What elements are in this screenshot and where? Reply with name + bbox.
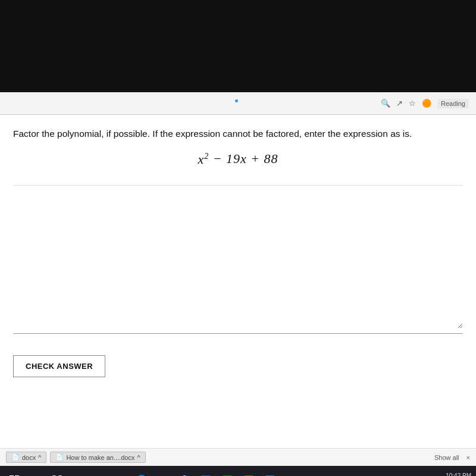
- divider-line: [13, 185, 463, 186]
- taskbar-left: [5, 471, 67, 477]
- taskbar-chrome-icon[interactable]: [175, 471, 194, 477]
- dot-indicator: [235, 99, 238, 102]
- win-taskbar: e W: [0, 466, 476, 476]
- answer-input[interactable]: [13, 293, 463, 328]
- doc-tab-1-label: docx: [22, 454, 36, 461]
- search-icon[interactable]: 🔍: [381, 99, 390, 108]
- taskbar-python-icon[interactable]: Py: [261, 471, 280, 477]
- taskbar-word-icon[interactable]: W: [196, 471, 215, 477]
- doc-tab-1[interactable]: 📄 docx ^: [6, 452, 46, 463]
- check-answer-button[interactable]: CHECK ANSWER: [13, 355, 105, 377]
- variable-x: x2: [198, 152, 209, 167]
- browser-chrome: 🔍 ↗ ☆ 🟠 Reading: [0, 92, 476, 115]
- taskbar-app1-icon[interactable]: $: [218, 471, 237, 477]
- taskbar-taskview-button[interactable]: [48, 471, 67, 477]
- profile-icon[interactable]: 🟠: [422, 99, 431, 108]
- time-date: 10:42 PM 2/8/2022: [446, 472, 471, 477]
- top-black-area: [0, 0, 476, 92]
- share-icon[interactable]: ↗: [396, 99, 403, 108]
- math-expression: x2 − 19x + 88: [13, 151, 463, 167]
- doc-icon-1: 📄: [11, 453, 20, 461]
- doc-bar-close[interactable]: ×: [466, 454, 470, 461]
- doc-tab-2[interactable]: 📄 How to make an....docx ^: [50, 452, 145, 463]
- doc-tab-1-arrow[interactable]: ^: [38, 454, 41, 461]
- content-area: Factor the polynomial, if possible. If t…: [0, 115, 476, 448]
- taskbar-office-icon[interactable]: O: [239, 471, 258, 477]
- taskbar-search-button[interactable]: [26, 471, 45, 477]
- time-display: 10:42 PM: [446, 472, 471, 477]
- windows-button[interactable]: [5, 471, 24, 477]
- taskbar-right: 📶 🔋 🔊 10:42 PM 2/8/2022: [410, 472, 471, 477]
- doc-icon-2: 📄: [55, 453, 64, 461]
- taskbar-edge-icon[interactable]: e: [132, 471, 151, 477]
- star-icon[interactable]: ☆: [409, 99, 416, 108]
- expression-rest: − 19x + 88: [213, 152, 278, 167]
- doc-tab-2-arrow[interactable]: ^: [137, 454, 140, 461]
- taskbar-center: e W: [132, 471, 280, 477]
- reading-label: Reading: [437, 99, 469, 108]
- input-underline: [13, 333, 463, 334]
- doc-tab-2-label: How to make an....docx: [66, 454, 134, 461]
- taskbar-explorer-icon[interactable]: [154, 471, 173, 477]
- show-all-link[interactable]: Show all: [434, 454, 459, 461]
- question-instruction: Factor the polynomial, if possible. If t…: [13, 127, 463, 140]
- doc-bar: 📄 docx ^ 📄 How to make an....docx ^ Show…: [0, 448, 476, 466]
